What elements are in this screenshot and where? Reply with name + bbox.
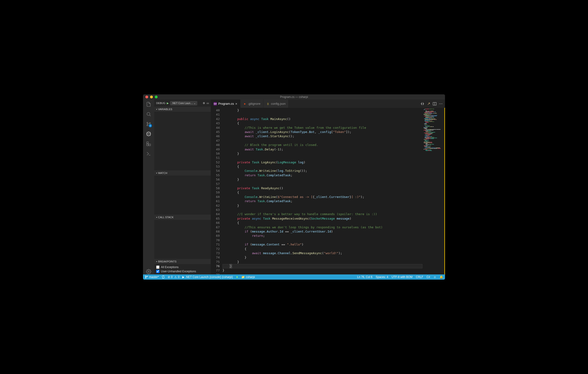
settings-gear-icon[interactable] <box>146 269 151 274</box>
editor-tabs: C# Program.cs × ◆ .gitignore {} config.j… <box>211 100 445 108</box>
scm-badge: 2 <box>149 124 152 127</box>
minimize-window-button[interactable] <box>150 96 153 98</box>
svg-rect-7 <box>149 144 150 146</box>
cursor-position-status[interactable]: Ln 76, Col 6 <box>357 275 373 279</box>
language-mode-status[interactable]: C# <box>426 275 430 279</box>
explorer-icon[interactable] <box>146 101 151 107</box>
breakpoint-item[interactable]: All Exceptions <box>156 265 209 269</box>
csharp-file-icon: C# <box>214 102 217 106</box>
line-number-gutter: 4041424344454647484950515253545556575859… <box>211 108 222 274</box>
close-tab-button[interactable]: × <box>235 102 237 106</box>
debug-settings-icon[interactable]: ⚙ <box>203 102 205 105</box>
tab-gitignore[interactable]: ◆ .gitignore <box>240 100 263 108</box>
svg-point-1 <box>147 122 148 123</box>
code-editor[interactable]: 4041424344454647484950515253545556575859… <box>211 108 445 274</box>
watch-section-header[interactable]: ▾WATCH <box>154 171 211 176</box>
watch-section-body <box>154 176 211 215</box>
overview-ruler <box>444 108 445 274</box>
breakpoint-checkbox[interactable] <box>156 266 159 269</box>
close-window-button[interactable] <box>145 96 148 98</box>
maximize-window-button[interactable] <box>155 96 158 98</box>
window-title: Program.cs — csharpi <box>280 95 308 99</box>
svg-point-2 <box>147 125 148 126</box>
indentation-status[interactable]: Spaces: 4 <box>376 275 388 279</box>
variables-section-header[interactable]: ▾VARIABLES <box>154 107 211 112</box>
debug-icon[interactable] <box>146 131 151 137</box>
search-icon[interactable] <box>146 111 151 117</box>
callstack-section-header[interactable]: ▾CALL STACK <box>154 215 211 220</box>
svg-point-8 <box>148 271 149 272</box>
debug-toolbar: DEBUG ▶ .NET Core Laun… ⌄ ⚙ ▭ <box>154 100 211 107</box>
breakpoint-item[interactable]: User-Unhandled Exceptions <box>156 269 209 274</box>
json-file-icon: {} <box>266 102 270 106</box>
editor-actions: ↗ ⋯ <box>420 100 445 108</box>
eol-status[interactable]: CRLF <box>416 275 423 279</box>
titlebar[interactable]: Program.cs — csharpi <box>143 94 445 100</box>
breakpoints-list: All Exceptions User-Unhandled Exceptions <box>154 264 211 274</box>
extensions-icon[interactable] <box>146 141 151 147</box>
breakpoints-section-header[interactable]: ▾BREAKPOINTS <box>154 259 211 264</box>
tab-config-json[interactable]: {} config.json <box>263 100 289 108</box>
encoding-status[interactable]: UTF-8 with BOM <box>392 275 412 279</box>
svg-point-0 <box>147 113 150 116</box>
live-share-status[interactable] <box>236 276 239 278</box>
debug-target-status[interactable]: ▶ .NET Core Launch (console) (csharpi) <box>182 275 233 279</box>
debug-title: DEBUG <box>156 102 165 105</box>
powershell-icon[interactable] <box>146 151 151 157</box>
svg-rect-6 <box>147 144 148 146</box>
svg-point-12 <box>147 276 148 277</box>
debug-config-dropdown[interactable]: .NET Core Laun… ⌄ <box>170 101 197 106</box>
feedback-icon[interactable]: ☺ <box>433 275 436 279</box>
split-editor-icon[interactable] <box>433 102 437 106</box>
problems-status[interactable]: ⊘ 0 ⚠ 0 <box>168 275 179 279</box>
start-debug-button[interactable]: ▶ <box>167 102 169 105</box>
sync-status[interactable] <box>162 275 165 279</box>
svg-point-13 <box>236 276 238 278</box>
breakpoint-checkbox[interactable] <box>156 270 159 273</box>
debug-console-icon[interactable]: ▭ <box>207 102 209 105</box>
workbench: 2 DEBUG ▶ .NET Core Laun… ⌄ ⚙ ▭ ▾VARIABL… <box>143 100 445 274</box>
traffic-lights <box>143 96 158 98</box>
notifications-icon[interactable]: 🔔 <box>440 275 443 279</box>
compare-changes-icon[interactable] <box>420 102 424 106</box>
git-file-icon: ◆ <box>243 102 246 106</box>
variables-section-body <box>154 112 211 171</box>
status-bar: master* ⊘ 0 ⚠ 0 ▶ .NET Core Launch (cons… <box>143 274 445 280</box>
editor-area: C# Program.cs × ◆ .gitignore {} config.j… <box>211 100 445 274</box>
open-changes-icon[interactable]: ↗ <box>427 102 430 106</box>
svg-point-11 <box>145 278 146 278</box>
minimap[interactable] <box>422 108 445 274</box>
debug-sidebar: DEBUG ▶ .NET Core Laun… ⌄ ⚙ ▭ ▾VARIABLES… <box>154 100 211 274</box>
callstack-section-body <box>154 220 211 259</box>
project-status[interactable]: 📁 csharpi <box>241 275 255 279</box>
source-control-icon[interactable]: 2 <box>146 121 151 127</box>
more-actions-icon[interactable]: ⋯ <box>439 102 443 106</box>
tab-program-cs[interactable]: C# Program.cs × <box>211 100 240 108</box>
vscode-window: Program.cs — csharpi 2 DEBUG ▶ .NET Core… <box>143 94 445 280</box>
svg-point-3 <box>149 123 150 124</box>
svg-point-10 <box>145 276 146 277</box>
activity-bar: 2 <box>143 100 154 274</box>
code-content[interactable]: } public async Task MainAsync() { //This… <box>222 108 422 274</box>
git-branch-status[interactable]: master* <box>145 275 159 279</box>
svg-rect-5 <box>147 142 148 144</box>
